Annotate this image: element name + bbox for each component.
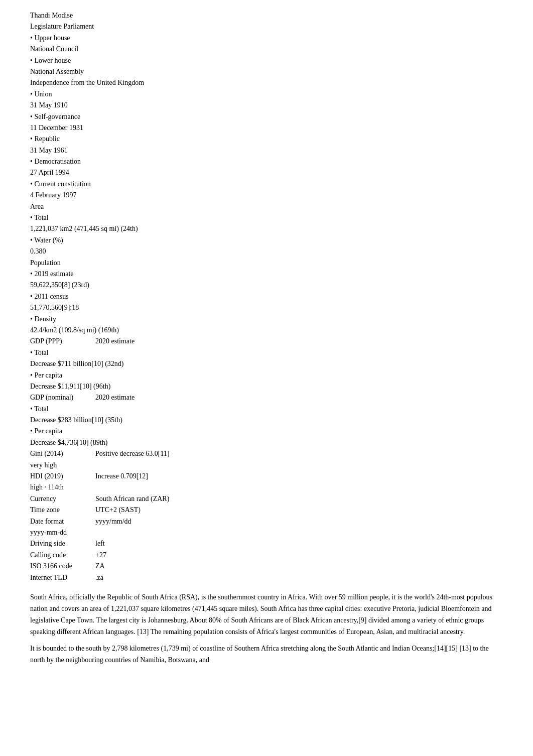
currency-row: Currency South African rand (ZAR) xyxy=(30,493,503,505)
census-value: 51,770,560[9]:18 xyxy=(30,302,503,313)
driving-value: left xyxy=(95,538,503,549)
independence-heading: Independence from the United Kingdom xyxy=(30,77,503,88)
currency-label: Currency xyxy=(30,493,95,505)
currency-value: South African rand (ZAR) xyxy=(95,493,503,505)
constitution-bullet: • Current constitution xyxy=(30,179,503,190)
gini-row: Gini (2014) Positive decrease 63.0[11] xyxy=(30,448,503,459)
union-bullet: • Union xyxy=(30,89,503,100)
gdp-nominal-label: GDP (nominal) xyxy=(30,392,95,403)
gdp-nominal-year: 2020 estimate xyxy=(95,392,503,403)
dateformat-row: Date format yyyy/mm/dd xyxy=(30,516,503,527)
estimate-value: 59,622,350[8] (23rd) xyxy=(30,280,503,291)
iso-value: ZA xyxy=(95,561,503,572)
calling-label: Calling code xyxy=(30,550,95,561)
gdp-nom-total-bullet: • Total xyxy=(30,404,503,415)
hdi-value: Increase 0.709[12] xyxy=(95,471,503,482)
total-bullet: • Total xyxy=(30,212,503,223)
dateformat-label: Date format xyxy=(30,516,95,527)
iso-label: ISO 3166 code xyxy=(30,561,95,572)
timezone-label: Time zone xyxy=(30,505,95,516)
gdp-ppp-year: 2020 estimate xyxy=(95,336,503,347)
gdp-ppp-label: GDP (PPP) xyxy=(30,336,95,347)
population-label: Population xyxy=(30,258,503,269)
paragraph-2: It is bounded to the south by 2,798 kilo… xyxy=(30,643,503,666)
gdp-nom-total-value: Decrease $283 billion[10] (35th) xyxy=(30,415,503,426)
water-bullet: • Water (%) xyxy=(30,235,503,246)
gdp-nom-percap-bullet: • Per capita xyxy=(30,426,503,437)
republic-date: 31 May 1961 xyxy=(30,145,503,156)
dateformat-sub: yyyy-mm-dd xyxy=(30,527,503,538)
demo-bullet: • Democratisation xyxy=(30,156,503,167)
paragraph-1: South Africa, officially the Republic of… xyxy=(30,591,503,638)
timezone-value: UTC+2 (SAST) xyxy=(95,505,503,516)
gdp-percap-value: Decrease $11,911[10] (96th) xyxy=(30,381,503,392)
density-value: 42.4/km2 (109.8/sq mi) (169th) xyxy=(30,325,503,336)
selfgov-date: 11 December 1931 xyxy=(30,122,503,134)
census-bullet: • 2011 census xyxy=(30,291,503,302)
iso-row: ISO 3166 code ZA xyxy=(30,561,503,572)
republic-bullet: • Republic xyxy=(30,134,503,145)
lower-house-bullet: • Lower house xyxy=(30,55,503,66)
legislature-parliament: Legislature Parliament xyxy=(30,21,503,32)
union-date: 31 May 1910 xyxy=(30,100,503,111)
tld-label: Internet TLD xyxy=(30,572,95,583)
selfgov-bullet: • Self-governance xyxy=(30,111,503,122)
hdi-label: HDI (2019) xyxy=(30,471,95,482)
gini-value: Positive decrease 63.0[11] xyxy=(95,448,503,459)
gini-level: very high xyxy=(30,460,503,471)
gdp-total-value: Decrease $711 billion[10] (32nd) xyxy=(30,358,503,369)
national-assembly: National Assembly xyxy=(30,66,503,77)
density-bullet: • Density xyxy=(30,314,503,325)
tld-value: .za xyxy=(95,572,503,583)
calling-row: Calling code +27 xyxy=(30,550,503,561)
national-council: National Council xyxy=(30,44,503,55)
tld-row: Internet TLD .za xyxy=(30,572,503,583)
gdp-percap-bullet: • Per capita xyxy=(30,370,503,381)
gini-label: Gini (2014) xyxy=(30,448,95,459)
gdp-ppp-row: GDP (PPP) 2020 estimate xyxy=(30,336,503,347)
constitution-date: 4 February 1997 xyxy=(30,190,503,201)
calling-value: +27 xyxy=(95,550,503,561)
upper-house-bullet: • Upper house xyxy=(30,33,503,44)
hdi-level: high · 114th xyxy=(30,482,503,493)
area-label: Area xyxy=(30,201,503,212)
thandi-modise: Thandi Modise xyxy=(30,10,503,21)
estimate-bullet: • 2019 estimate xyxy=(30,269,503,280)
water-value: 0.380 xyxy=(30,246,503,257)
demo-date: 27 April 1994 xyxy=(30,167,503,178)
gdp-nom-percap-value: Decrease $4,736[10] (89th) xyxy=(30,437,503,448)
driving-label: Driving side xyxy=(30,538,95,549)
article-text: South Africa, officially the Republic of… xyxy=(30,591,503,666)
timezone-row: Time zone UTC+2 (SAST) xyxy=(30,505,503,516)
driving-row: Driving side left xyxy=(30,538,503,549)
area-value: 1,221,037 km2 (471,445 sq mi) (24th) xyxy=(30,223,503,234)
hdi-row: HDI (2019) Increase 0.709[12] xyxy=(30,471,503,482)
gdp-total-bullet: • Total xyxy=(30,347,503,358)
infobox-content: Thandi Modise Legislature Parliament • U… xyxy=(30,10,503,583)
dateformat-value: yyyy/mm/dd xyxy=(95,516,503,527)
gdp-nominal-row: GDP (nominal) 2020 estimate xyxy=(30,392,503,403)
